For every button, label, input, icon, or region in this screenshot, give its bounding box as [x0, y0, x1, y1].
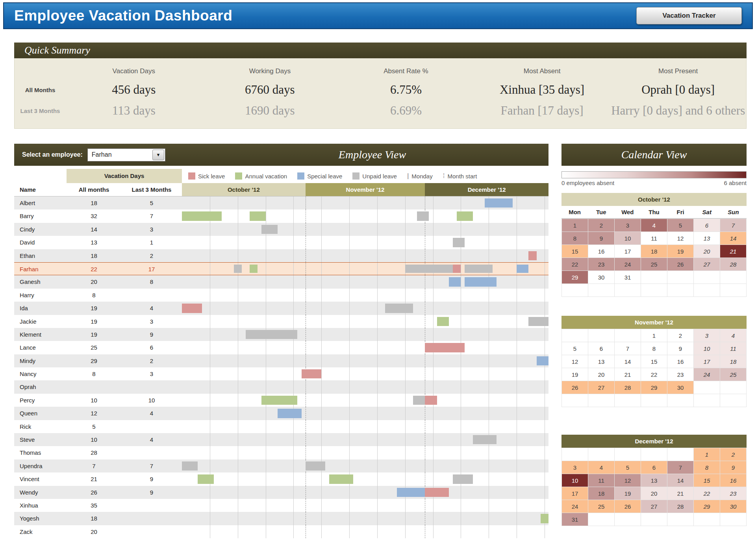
monday-gridline: [210, 525, 210, 538]
employee-all-months: 21: [67, 472, 121, 485]
employee-all-months: 20: [67, 275, 121, 288]
calendar-view-header-bar: Calendar View: [561, 144, 747, 166]
leave-block-sick: [425, 488, 449, 497]
employee-row: Upendra77: [14, 459, 548, 472]
monday-gridline: [433, 420, 434, 433]
chevron-down-icon[interactable]: ▼: [152, 150, 164, 160]
vacation-tracker-button[interactable]: Vacation Tracker: [636, 7, 742, 24]
calendar-empty-cell: [694, 394, 720, 407]
calendar-day: 29: [562, 271, 588, 284]
monday-gridline: [461, 446, 461, 459]
employee-all-months: 26: [67, 486, 121, 499]
employee-name: Farhan: [14, 263, 67, 275]
calendar-day: 2: [720, 448, 747, 461]
employee-row: Lance256: [14, 341, 548, 354]
monday-gridline: [461, 394, 461, 407]
calendar-day: 30: [667, 381, 694, 394]
monday-gridline: [321, 512, 322, 525]
month-start-gridline: [425, 459, 425, 472]
monday-gridline: [321, 341, 322, 354]
monday-gridline: [517, 367, 517, 380]
monday-gridline: [517, 341, 517, 354]
monday-gridline: [545, 433, 545, 446]
calendar-day-header: Thu: [641, 206, 667, 219]
line-legend-label: Monday: [411, 173, 432, 180]
calendar-day: 16: [667, 355, 694, 368]
monday-gridline: [210, 486, 210, 499]
absence-heat-scale: [561, 171, 747, 178]
annual-swatch-icon: [235, 172, 242, 180]
employee-name: Nancy: [14, 367, 67, 380]
monday-gridline: [210, 236, 210, 249]
summary-value: 456 days: [66, 83, 202, 97]
monday-gridline: [489, 209, 489, 222]
calendar-empty-cell: [667, 284, 694, 297]
monday-gridline: [321, 420, 322, 433]
calendar-empty-cell: [562, 329, 588, 342]
employee-all-months: 7: [67, 459, 121, 472]
employee-last3: 7: [121, 459, 182, 472]
calendar-day: 19: [562, 368, 588, 381]
monday-gridline: [489, 394, 489, 407]
monday-gridline: [545, 486, 545, 499]
monday-gridline: [433, 302, 434, 315]
monday-gridline: [349, 525, 350, 538]
monday-gridline: [293, 446, 294, 459]
employee-select[interactable]: Farhan ▼: [87, 148, 165, 161]
calendar-day: 28: [667, 500, 694, 513]
monday-gridline: [433, 196, 434, 209]
calendar-day: 12: [562, 355, 588, 368]
monday-gridline: [461, 249, 461, 262]
monday-gridline: [349, 263, 350, 275]
employee-all-months: 13: [67, 236, 121, 249]
employee-row: Steve104: [14, 433, 548, 446]
employee-all-months: 35: [67, 499, 121, 512]
monday-gridline: [461, 196, 461, 209]
monday-gridline: [377, 380, 378, 393]
monday-gridline: [349, 236, 350, 249]
calendar-grid: 1234567891011121314151617181920212223242…: [561, 448, 747, 526]
employee-last3: [121, 289, 182, 302]
employee-timeline: [182, 302, 548, 315]
monday-gridline: [377, 209, 378, 222]
monday-gridline: [266, 209, 266, 222]
calendar-day-header: Sun: [720, 206, 747, 219]
leave-block-special: [465, 277, 497, 286]
employee-row: Cindy143: [14, 223, 548, 236]
monday-gridline: [405, 472, 406, 485]
monday-gridline: [349, 459, 350, 472]
line-legend-label: Month start: [447, 173, 477, 180]
month-start-gridline: [425, 328, 425, 341]
calendar-day: 17: [694, 355, 720, 368]
calendar-day: 27: [588, 381, 615, 394]
gantt-legend: Sick leaveAnnual vacationSpecial leaveUn…: [188, 169, 477, 183]
monday-gridline: [349, 223, 350, 236]
employee-last3: 4: [121, 433, 182, 446]
quick-summary-title: Quick Summary: [24, 44, 90, 56]
monday-gridline: [266, 446, 266, 459]
quick-summary-table: Vacation DaysWorking DaysAbsent Rate %Mo…: [14, 58, 747, 129]
leave-block-annual: [261, 396, 297, 405]
monday-gridline: [461, 223, 461, 236]
legend-annual: Annual vacation: [235, 172, 287, 180]
calendar-day: 24: [615, 258, 641, 271]
calendar-day: 15: [694, 474, 720, 487]
monday-gridline: [377, 407, 378, 420]
monday-gridline: [489, 302, 489, 315]
summary-header-row: Vacation DaysWorking DaysAbsent Rate %Mo…: [15, 64, 746, 79]
summary-row-label: All Months: [15, 87, 66, 93]
calendar-empty-cell: [694, 381, 720, 394]
monday-gridline: [405, 380, 406, 393]
calendar-month-header: December '12: [561, 435, 747, 448]
month-start-gridline: [425, 196, 425, 209]
monday-gridline: [293, 315, 294, 328]
monday-gridline: [405, 196, 406, 209]
employee-last3: 7: [121, 209, 182, 222]
employee-row: Wendy269: [14, 486, 548, 499]
employee-all-months: 28: [67, 446, 121, 459]
calendar-months: October '12MonTueWedThuFriSatSun12345678…: [561, 193, 747, 526]
calendar-empty-cell: [615, 394, 641, 407]
calendar-day: 16: [588, 245, 615, 258]
monday-gridline: [517, 420, 517, 433]
employee-all-months: 14: [67, 223, 121, 236]
